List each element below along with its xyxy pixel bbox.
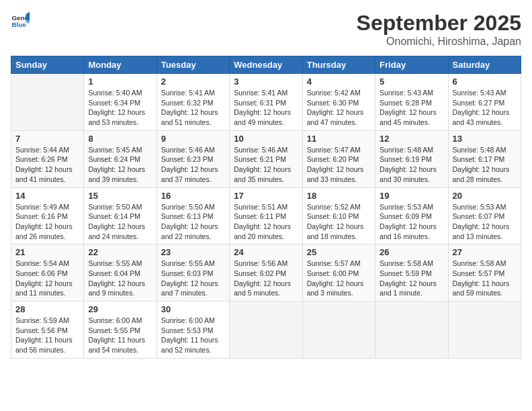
calendar-cell: 21Sunrise: 5:54 AM Sunset: 6:06 PM Dayli… xyxy=(11,244,84,302)
calendar-cell: 13Sunrise: 5:48 AM Sunset: 6:17 PM Dayli… xyxy=(448,130,521,187)
day-info: Sunrise: 5:44 AM Sunset: 6:26 PM Dayligh… xyxy=(15,145,79,185)
day-info: Sunrise: 5:46 AM Sunset: 6:21 PM Dayligh… xyxy=(234,145,298,185)
day-number: 26 xyxy=(380,247,443,257)
week-row-4: 21Sunrise: 5:54 AM Sunset: 6:06 PM Dayli… xyxy=(11,244,521,302)
calendar-cell: 26Sunrise: 5:58 AM Sunset: 5:59 PM Dayli… xyxy=(375,244,448,302)
weekday-header-wednesday: Wednesday xyxy=(230,56,302,74)
month-title: September 2025 xyxy=(357,11,521,36)
day-info: Sunrise: 5:52 AM Sunset: 6:10 PM Dayligh… xyxy=(307,202,371,242)
calendar-cell: 23Sunrise: 5:55 AM Sunset: 6:03 PM Dayli… xyxy=(157,244,229,302)
calendar-cell: 30Sunrise: 6:00 AM Sunset: 5:53 PM Dayli… xyxy=(157,302,229,359)
day-number: 10 xyxy=(234,134,298,144)
day-number: 7 xyxy=(15,134,79,144)
day-info: Sunrise: 5:48 AM Sunset: 6:17 PM Dayligh… xyxy=(453,145,517,185)
day-number: 17 xyxy=(234,191,298,201)
day-info: Sunrise: 5:49 AM Sunset: 6:16 PM Dayligh… xyxy=(15,202,79,242)
day-number: 29 xyxy=(88,304,152,314)
day-number: 14 xyxy=(15,191,79,201)
day-info: Sunrise: 5:53 AM Sunset: 6:07 PM Dayligh… xyxy=(453,202,517,242)
day-number: 6 xyxy=(453,77,517,87)
day-info: Sunrise: 5:43 AM Sunset: 6:28 PM Dayligh… xyxy=(380,88,443,128)
weekday-header-monday: Monday xyxy=(84,56,157,74)
day-number: 2 xyxy=(161,77,225,87)
calendar-cell xyxy=(375,302,448,359)
day-number: 12 xyxy=(380,134,443,144)
day-info: Sunrise: 5:41 AM Sunset: 6:32 PM Dayligh… xyxy=(161,88,225,128)
week-row-1: 1Sunrise: 5:40 AM Sunset: 6:34 PM Daylig… xyxy=(11,74,521,131)
week-row-5: 28Sunrise: 5:59 AM Sunset: 5:56 PM Dayli… xyxy=(11,302,521,359)
day-number: 22 xyxy=(88,247,152,257)
calendar-cell: 24Sunrise: 5:56 AM Sunset: 6:02 PM Dayli… xyxy=(230,244,302,302)
day-number: 24 xyxy=(234,247,298,257)
logo: General Blue xyxy=(11,11,30,30)
logo-icon: General Blue xyxy=(11,11,30,30)
day-info: Sunrise: 5:56 AM Sunset: 6:02 PM Dayligh… xyxy=(234,259,298,298)
weekday-header-row: SundayMondayTuesdayWednesdayThursdayFrid… xyxy=(11,56,521,74)
calendar-cell: 14Sunrise: 5:49 AM Sunset: 6:16 PM Dayli… xyxy=(11,187,84,244)
location-title: Onomichi, Hiroshima, Japan xyxy=(357,36,521,48)
day-number: 25 xyxy=(307,247,371,257)
calendar-cell: 29Sunrise: 6:00 AM Sunset: 5:55 PM Dayli… xyxy=(84,302,157,359)
calendar-cell: 10Sunrise: 5:46 AM Sunset: 6:21 PM Dayli… xyxy=(230,130,302,187)
week-row-2: 7Sunrise: 5:44 AM Sunset: 6:26 PM Daylig… xyxy=(11,130,521,187)
day-info: Sunrise: 5:51 AM Sunset: 6:11 PM Dayligh… xyxy=(234,202,298,242)
calendar-cell: 4Sunrise: 5:42 AM Sunset: 6:30 PM Daylig… xyxy=(302,74,375,131)
day-number: 11 xyxy=(307,134,371,144)
day-info: Sunrise: 5:43 AM Sunset: 6:27 PM Dayligh… xyxy=(453,88,517,128)
day-number: 1 xyxy=(88,77,152,87)
day-info: Sunrise: 6:00 AM Sunset: 5:53 PM Dayligh… xyxy=(161,316,225,355)
day-info: Sunrise: 5:58 AM Sunset: 5:59 PM Dayligh… xyxy=(380,259,443,298)
calendar-cell: 2Sunrise: 5:41 AM Sunset: 6:32 PM Daylig… xyxy=(157,74,229,131)
day-info: Sunrise: 5:42 AM Sunset: 6:30 PM Dayligh… xyxy=(307,88,371,128)
weekday-header-sunday: Sunday xyxy=(11,56,84,74)
day-number: 16 xyxy=(161,191,225,201)
day-info: Sunrise: 5:58 AM Sunset: 5:57 PM Dayligh… xyxy=(453,259,517,298)
calendar-cell xyxy=(11,74,84,131)
day-number: 5 xyxy=(380,77,443,87)
calendar-cell: 18Sunrise: 5:52 AM Sunset: 6:10 PM Dayli… xyxy=(302,187,375,244)
calendar-cell: 3Sunrise: 5:41 AM Sunset: 6:31 PM Daylig… xyxy=(230,74,302,131)
calendar-cell xyxy=(302,302,375,359)
day-info: Sunrise: 5:53 AM Sunset: 6:09 PM Dayligh… xyxy=(380,202,443,242)
day-number: 28 xyxy=(15,304,79,314)
day-info: Sunrise: 6:00 AM Sunset: 5:55 PM Dayligh… xyxy=(88,316,152,355)
day-info: Sunrise: 5:54 AM Sunset: 6:06 PM Dayligh… xyxy=(15,259,79,298)
day-number: 9 xyxy=(161,134,225,144)
calendar-cell: 16Sunrise: 5:50 AM Sunset: 6:13 PM Dayli… xyxy=(157,187,229,244)
day-number: 15 xyxy=(88,191,152,201)
day-number: 23 xyxy=(161,247,225,257)
day-number: 20 xyxy=(453,191,517,201)
calendar-cell: 19Sunrise: 5:53 AM Sunset: 6:09 PM Dayli… xyxy=(375,187,448,244)
day-info: Sunrise: 5:40 AM Sunset: 6:34 PM Dayligh… xyxy=(88,88,152,128)
day-info: Sunrise: 5:57 AM Sunset: 6:00 PM Dayligh… xyxy=(307,259,371,298)
calendar-cell: 22Sunrise: 5:55 AM Sunset: 6:04 PM Dayli… xyxy=(84,244,157,302)
calendar-cell: 28Sunrise: 5:59 AM Sunset: 5:56 PM Dayli… xyxy=(11,302,84,359)
calendar-cell: 27Sunrise: 5:58 AM Sunset: 5:57 PM Dayli… xyxy=(448,244,521,302)
calendar-cell: 17Sunrise: 5:51 AM Sunset: 6:11 PM Dayli… xyxy=(230,187,302,244)
calendar-cell xyxy=(230,302,302,359)
calendar-cell: 6Sunrise: 5:43 AM Sunset: 6:27 PM Daylig… xyxy=(448,74,521,131)
calendar-table: SundayMondayTuesdayWednesdayThursdayFrid… xyxy=(11,56,521,359)
day-number: 30 xyxy=(161,304,225,314)
calendar-cell: 1Sunrise: 5:40 AM Sunset: 6:34 PM Daylig… xyxy=(84,74,157,131)
weekday-header-thursday: Thursday xyxy=(302,56,375,74)
calendar-cell: 9Sunrise: 5:46 AM Sunset: 6:23 PM Daylig… xyxy=(157,130,229,187)
day-info: Sunrise: 5:55 AM Sunset: 6:03 PM Dayligh… xyxy=(161,259,225,298)
day-info: Sunrise: 5:50 AM Sunset: 6:13 PM Dayligh… xyxy=(161,202,225,242)
calendar-cell: 15Sunrise: 5:50 AM Sunset: 6:14 PM Dayli… xyxy=(84,187,157,244)
day-info: Sunrise: 5:45 AM Sunset: 6:24 PM Dayligh… xyxy=(88,145,152,185)
calendar-cell: 25Sunrise: 5:57 AM Sunset: 6:00 PM Dayli… xyxy=(302,244,375,302)
day-info: Sunrise: 5:55 AM Sunset: 6:04 PM Dayligh… xyxy=(88,259,152,298)
day-info: Sunrise: 5:59 AM Sunset: 5:56 PM Dayligh… xyxy=(15,316,79,355)
day-number: 3 xyxy=(234,77,298,87)
calendar-cell: 7Sunrise: 5:44 AM Sunset: 6:26 PM Daylig… xyxy=(11,130,84,187)
calendar-cell: 20Sunrise: 5:53 AM Sunset: 6:07 PM Dayli… xyxy=(448,187,521,244)
day-number: 4 xyxy=(307,77,371,87)
day-number: 19 xyxy=(380,191,443,201)
calendar-cell: 5Sunrise: 5:43 AM Sunset: 6:28 PM Daylig… xyxy=(375,74,448,131)
day-info: Sunrise: 5:41 AM Sunset: 6:31 PM Dayligh… xyxy=(234,88,298,128)
title-area: September 2025 Onomichi, Hiroshima, Japa… xyxy=(357,11,521,48)
week-row-3: 14Sunrise: 5:49 AM Sunset: 6:16 PM Dayli… xyxy=(11,187,521,244)
day-number: 18 xyxy=(307,191,371,201)
weekday-header-saturday: Saturday xyxy=(448,56,521,74)
